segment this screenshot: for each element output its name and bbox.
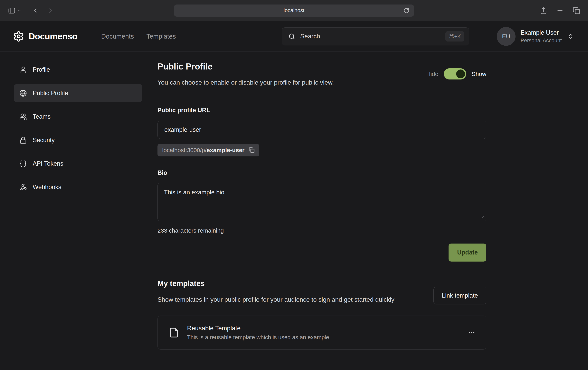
sidebar-item-security[interactable]: Security [14,131,142,149]
app-header: Documenso Documents Templates Search ⌘+K… [0,21,588,52]
my-templates-title: My templates [158,279,394,288]
reload-icon[interactable] [403,8,409,13]
visibility-control: Hide Show [426,68,486,80]
main-nav: Documents Templates [101,33,176,40]
chevron-down-icon[interactable] [17,8,21,13]
toggle-knob [456,70,465,78]
nav-documents[interactable]: Documents [101,33,134,40]
sidebar-item-profile[interactable]: Profile [14,61,142,79]
brand[interactable]: Documenso [13,31,77,42]
browser-chrome: localhost [0,0,588,21]
forward-icon[interactable] [47,7,54,14]
user-name: Example User [521,29,562,36]
new-tab-icon[interactable] [556,7,564,14]
file-icon [169,327,179,338]
share-icon[interactable] [540,7,547,14]
search-shortcut-badge: ⌘+K [445,31,464,41]
template-title: Reusable Template [187,325,467,332]
sidebar-item-public-profile[interactable]: Public Profile [14,84,142,102]
sidebar-item-teams[interactable]: Teams [14,108,142,126]
search-placeholder: Search [300,33,440,40]
template-description: This is a reusable template which is use… [187,334,467,341]
ellipsis-menu-icon[interactable] [467,328,476,337]
sidebar-item-webhooks[interactable]: Webhooks [14,178,142,196]
sidebar-item-label: API Tokens [33,160,63,167]
braces-icon [19,160,27,167]
my-templates-description: Show templates in your public profile fo… [158,294,394,305]
copy-icon[interactable] [249,147,255,153]
user-icon [19,66,27,73]
characters-remaining: 233 characters remaining [158,227,486,234]
users-icon [19,113,27,120]
user-menu[interactable]: EU Example User Personal Account [497,27,574,46]
address-bar[interactable]: localhost [174,4,414,17]
settings-main: Public Profile You can choose to enable … [158,52,486,350]
search-bar[interactable]: Search ⌘+K [282,27,469,45]
webhook-icon [19,184,27,191]
avatar: EU [497,27,515,46]
page-title: Public Profile [158,62,334,72]
hide-label: Hide [426,71,438,77]
search-icon [289,33,295,40]
address-bar-url: localhost [284,7,304,13]
settings-sidebar: Profile Public Profile Teams Security AP… [0,52,158,350]
bio-textarea[interactable]: This is an example bio. [158,183,486,221]
tab-overview-icon[interactable] [573,7,580,14]
show-label: Show [472,71,486,77]
resize-handle-icon[interactable] [481,215,485,219]
documenso-logo-icon [13,31,24,42]
page-subtitle: You can choose to enable or disable your… [158,79,334,86]
public-profile-url-input[interactable] [158,121,486,139]
globe-icon [19,90,27,97]
sidebar-item-label: Profile [33,66,50,73]
divider [158,97,486,97]
user-account-type: Personal Account [521,38,562,44]
lock-icon [19,136,27,144]
template-card: Reusable Template This is a reusable tem… [158,316,486,350]
update-button[interactable]: Update [449,244,486,262]
sidebar-item-api-tokens[interactable]: API Tokens [14,155,142,173]
profile-url-text: localhost:3000/p/example-user [162,147,244,154]
url-field-label: Public profile URL [158,107,486,114]
back-icon[interactable] [32,7,39,14]
bio-field-label: Bio [158,169,486,176]
sidebar-item-label: Public Profile [33,90,68,97]
brand-name: Documenso [29,31,77,41]
visibility-toggle[interactable] [444,68,466,80]
link-template-button[interactable]: Link template [433,287,486,304]
chevrons-up-down-icon [568,33,574,40]
sidebar-item-label: Teams [33,113,51,120]
sidebar-item-label: Security [33,137,55,144]
nav-templates[interactable]: Templates [146,33,176,40]
sidebar-item-label: Webhooks [33,184,61,191]
sidebar-toggle-icon[interactable] [8,7,16,14]
profile-url-preview: localhost:3000/p/example-user [158,144,259,156]
